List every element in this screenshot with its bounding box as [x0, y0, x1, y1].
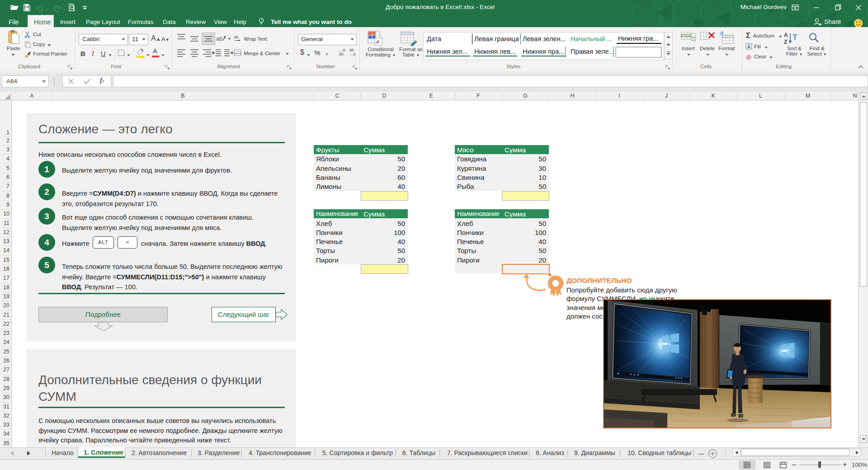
svg-text:ab: ab: [216, 36, 222, 42]
svg-text:ab: ab: [234, 34, 239, 39]
svg-text:A: A: [784, 32, 788, 38]
svg-text:≠: ≠: [376, 38, 379, 45]
svg-text:Z: Z: [784, 39, 787, 45]
